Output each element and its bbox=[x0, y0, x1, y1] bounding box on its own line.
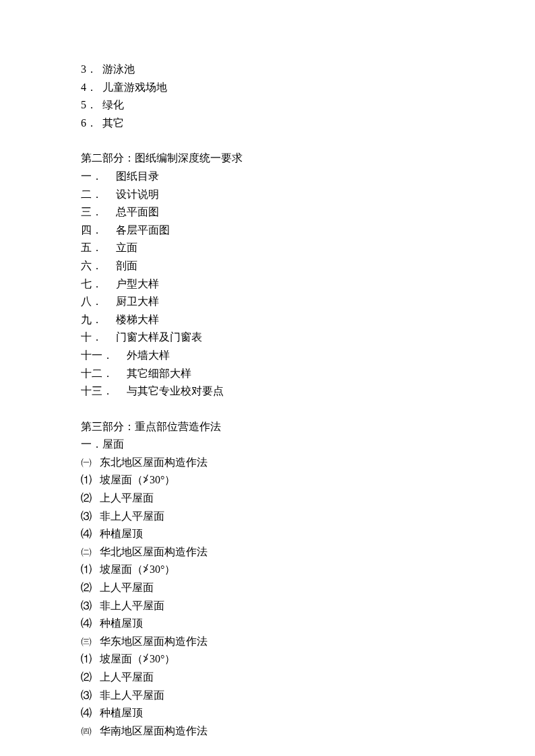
item-number: ⑶ bbox=[81, 597, 100, 615]
item-text: 坡屋面（≯30°） bbox=[100, 563, 175, 575]
list-item: 4． 儿童游戏场地 bbox=[81, 79, 454, 96]
list-item: ⑴坡屋面（≯30°） bbox=[81, 561, 454, 578]
item-text: 非上人平屋面 bbox=[100, 600, 164, 611]
item-number: 一． bbox=[81, 168, 116, 185]
list-item: ⑶非上人平屋面 bbox=[81, 687, 454, 704]
group-text: 东北地区屋面构造作法 bbox=[100, 456, 208, 468]
group-2: ㈡华北地区屋面构造作法 ⑴坡屋面（≯30°） ⑵上人平屋面 ⑶非上人平屋面 ⑷种… bbox=[81, 543, 454, 632]
item-number: 4． bbox=[81, 79, 102, 96]
item-text: 上人平屋面 bbox=[100, 582, 154, 593]
item-number: 五． bbox=[81, 239, 116, 256]
group-title: ㈢华东地区屋面构造作法 bbox=[81, 633, 454, 650]
list-item: 十． 门窗大样及门窗表 bbox=[81, 329, 454, 346]
group-text: 华北地区屋面构造作法 bbox=[100, 546, 208, 557]
group-text: 华东地区屋面构造作法 bbox=[100, 635, 208, 647]
item-text: 上人平屋面 bbox=[100, 671, 154, 683]
list-item: 九． 楼梯大样 bbox=[81, 311, 454, 329]
list-item: ⑶非上人平屋面 bbox=[81, 508, 454, 525]
item-text: 各层平面图 bbox=[116, 221, 170, 239]
item-number: 三． bbox=[81, 203, 116, 221]
item-text: 上人平屋面 bbox=[100, 492, 154, 504]
item-text: 坡屋面（≯30°） bbox=[100, 653, 175, 664]
section-2-title: 第二部分：图纸编制深度统一要求 bbox=[81, 149, 454, 167]
item-number: 十二． bbox=[81, 365, 127, 382]
item-text: 户型大样 bbox=[116, 275, 159, 293]
item-number: ⑵ bbox=[81, 579, 100, 596]
list-item: ⑵上人平屋面 bbox=[81, 579, 454, 596]
list-item: 5． 绿化 bbox=[81, 96, 454, 114]
item-text: 种植屋顶 bbox=[100, 617, 143, 629]
item-number: ⑵ bbox=[81, 668, 100, 686]
item-number: ⑶ bbox=[81, 508, 100, 525]
item-text: 游泳池 bbox=[102, 61, 135, 78]
item-number: ⑵ bbox=[81, 489, 100, 507]
list-item: 八． 厨卫大样 bbox=[81, 293, 454, 310]
group-4: ㈣华南地区屋面构造作法 bbox=[81, 722, 454, 740]
item-number: 二． bbox=[81, 186, 116, 203]
document-content: 3． 游泳池 4． 儿童游戏场地 5． 绿化 6． 其它 第二部分：图纸编制深度… bbox=[81, 61, 454, 739]
item-number: 八． bbox=[81, 293, 116, 310]
list-item: ⑴坡屋面（≯30°） bbox=[81, 471, 454, 489]
group-title: ㈠东北地区屋面构造作法 bbox=[81, 454, 454, 471]
item-number: 七． bbox=[81, 275, 116, 293]
item-number: 四． bbox=[81, 221, 116, 239]
list-item: ⑶非上人平屋面 bbox=[81, 597, 454, 615]
item-text: 其它 bbox=[102, 114, 124, 132]
section-2: 第二部分：图纸编制深度统一要求 一． 图纸目录 二． 设计说明 三． 总平面图 … bbox=[81, 149, 454, 399]
item-number: 十一． bbox=[81, 347, 127, 364]
group-1: ㈠东北地区屋面构造作法 ⑴坡屋面（≯30°） ⑵上人平屋面 ⑶非上人平屋面 ⑷种… bbox=[81, 454, 454, 543]
list-item: ⑴坡屋面（≯30°） bbox=[81, 650, 454, 668]
list-item: 七． 户型大样 bbox=[81, 275, 454, 293]
group-marker: ㈠ bbox=[81, 454, 100, 471]
item-text: 图纸目录 bbox=[116, 168, 159, 185]
item-text: 与其它专业校对要点 bbox=[127, 382, 224, 400]
group-marker: ㈡ bbox=[81, 543, 100, 561]
list-item: 6． 其它 bbox=[81, 114, 454, 132]
item-number: ⑴ bbox=[81, 561, 100, 578]
item-text: 楼梯大样 bbox=[116, 311, 159, 329]
list-item: ⑷种植屋顶 bbox=[81, 525, 454, 543]
list-item: 二． 设计说明 bbox=[81, 186, 454, 203]
item-number: ⑴ bbox=[81, 471, 100, 489]
item-text: 总平面图 bbox=[116, 203, 159, 221]
item-text: 非上人平屋面 bbox=[100, 510, 164, 522]
list-item: 三． 总平面图 bbox=[81, 203, 454, 221]
item-text: 设计说明 bbox=[116, 186, 159, 203]
group-3: ㈢华东地区屋面构造作法 ⑴坡屋面（≯30°） ⑵上人平屋面 ⑶非上人平屋面 ⑷种… bbox=[81, 633, 454, 722]
item-text: 门窗大样及门窗表 bbox=[116, 329, 202, 346]
item-number: ⑷ bbox=[81, 615, 100, 632]
group-marker: ㈢ bbox=[81, 633, 100, 650]
list-item: 十二． 其它细部大样 bbox=[81, 365, 454, 382]
item-text: 立面 bbox=[116, 239, 137, 256]
item-number: 3． bbox=[81, 61, 102, 78]
list-item: 十一． 外墙大样 bbox=[81, 347, 454, 364]
list-item: ⑵上人平屋面 bbox=[81, 668, 454, 686]
group-title: ㈡华北地区屋面构造作法 bbox=[81, 543, 454, 561]
item-number: ⑷ bbox=[81, 704, 100, 722]
item-text: 种植屋顶 bbox=[100, 528, 143, 539]
list-item: ⑷种植屋顶 bbox=[81, 704, 454, 722]
item-number: 6． bbox=[81, 114, 102, 132]
list-item: 一． 图纸目录 bbox=[81, 168, 454, 185]
list-item: 六． 剖面 bbox=[81, 257, 454, 275]
list-item: 3． 游泳池 bbox=[81, 61, 454, 78]
group-marker: ㈣ bbox=[81, 722, 100, 740]
group-title: ㈣华南地区屋面构造作法 bbox=[81, 722, 454, 740]
top-list: 3． 游泳池 4． 儿童游戏场地 5． 绿化 6． 其它 bbox=[81, 61, 454, 131]
item-number: 九． bbox=[81, 311, 116, 329]
section-3-title: 第三部分：重点部位营造作法 bbox=[81, 418, 454, 436]
item-number: 十三． bbox=[81, 382, 127, 400]
group-text: 华南地区屋面构造作法 bbox=[100, 725, 208, 736]
item-number: 5． bbox=[81, 96, 102, 114]
item-text: 种植屋顶 bbox=[100, 707, 143, 718]
item-number: ⑷ bbox=[81, 525, 100, 543]
section-3: 第三部分：重点部位营造作法 一．屋面 ㈠东北地区屋面构造作法 ⑴坡屋面（≯30°… bbox=[81, 418, 454, 740]
section-3-heading: 一．屋面 bbox=[81, 436, 454, 453]
item-text: 剖面 bbox=[116, 257, 137, 275]
item-text: 绿化 bbox=[102, 96, 124, 114]
item-number: 六． bbox=[81, 257, 116, 275]
item-number: ⑴ bbox=[81, 650, 100, 668]
list-item: ⑷种植屋顶 bbox=[81, 615, 454, 632]
item-text: 其它细部大样 bbox=[127, 365, 191, 382]
item-text: 外墙大样 bbox=[127, 347, 170, 364]
